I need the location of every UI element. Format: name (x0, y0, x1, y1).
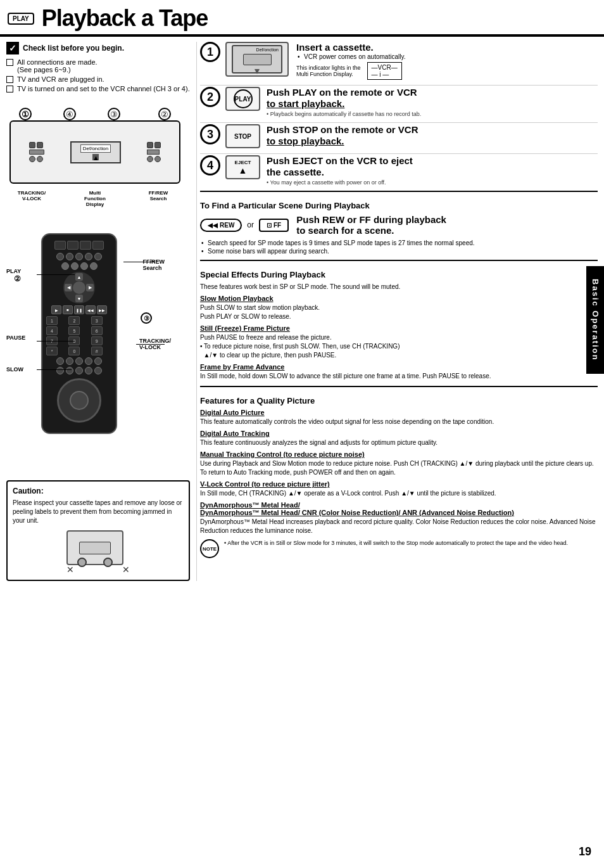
vcr-arrow: ▲ (92, 154, 99, 160)
step-4-heading: Push EJECT on the VCR to eject the casse… (267, 155, 413, 178)
checklist-item: TV is turned on and set to the VCR chann… (6, 85, 190, 93)
right-column: 1 Def/onction Insert a cassette. VCR pow… (196, 42, 604, 581)
remote-rew[interactable]: ◀◀ (85, 305, 96, 314)
vcr-bar-r (147, 150, 160, 155)
vcr-label-ffrew: FF/REWSearch (133, 190, 184, 207)
remote-label-slow: SLOW (6, 366, 23, 373)
vcr-knob-sm (37, 156, 43, 162)
connector-ffrew (123, 262, 155, 262)
vcr-display-text: Def/onction (80, 144, 111, 153)
tape-image: ✕ ✕ (66, 530, 130, 575)
vcr-num-1: ① (19, 108, 32, 120)
step-1-indicator-row: This indicator lights in the Multi Funct… (296, 62, 598, 80)
ff-button[interactable]: ⊡ FF (259, 219, 289, 232)
check-icon: ✓ (6, 42, 19, 54)
v-lock-text: In Still mode, CH (TRACKING) ▲/▼ operate… (200, 489, 598, 498)
checklist-title: Check list before you begin. (23, 44, 124, 53)
checklist-text-2: TV and VCR are plugged in. (17, 75, 104, 83)
checklist-section: ✓ Check list before you begin. All conne… (6, 42, 190, 93)
page-number: 19 (579, 845, 591, 858)
note-box: NOTE • After the VCR is in Still or Slow… (200, 539, 598, 558)
remote-bottom-row2 (46, 367, 112, 374)
vcr-icon-r (154, 142, 161, 148)
play-circle: PLAY (234, 89, 253, 108)
vcr-icon (37, 142, 43, 148)
vcr-left-icons (29, 142, 44, 162)
digital-auto-picture-heading: Digital Auto Picture (200, 409, 598, 416)
checkbox-1[interactable] (6, 59, 13, 66)
checkbox-2[interactable] (6, 76, 13, 83)
step-1-note1: This indicator lights in the Multi Funct… (296, 65, 361, 77)
remote-play[interactable]: ▶ (51, 305, 61, 314)
checklist-header: ✓ Check list before you begin. (6, 42, 190, 54)
remote-label-pause: PAUSE (6, 335, 25, 341)
slow-motion-heading: Slow Motion Playback (200, 295, 598, 302)
digital-auto-tracking-heading: Digital Auto Tracking (200, 430, 598, 437)
remote-nav-cluster: ▲ ▼ ◀ ▶ (46, 272, 112, 303)
step-1-sub: VCR power comes on automatically. (296, 53, 598, 60)
checklist-text-1: All connections are made. (See pages 6~9… (17, 58, 98, 73)
remote-left[interactable]: ◀ (65, 284, 72, 291)
v-lock-heading: V-Lock Control (to reduce picture jitter… (200, 480, 598, 488)
frame-advance-text: In Still mode, hold down SLOW to advance… (200, 372, 598, 381)
step-2-row: 2 PLAY Push PLAY on the remote or VCR to… (200, 87, 598, 123)
remote-wheel-area (46, 378, 112, 423)
remote-diagram: PLAY② PAUSE SLOW FF/REWSearch TRACKING/V… (6, 233, 190, 474)
caution-box: Caution: Please inspect your cassette ta… (6, 480, 190, 581)
main-content: ✓ Check list before you begin. All conne… (0, 37, 604, 586)
vcr-body: Def/onction ▲ (9, 120, 180, 184)
step-1-heading: Insert a cassette. (296, 42, 598, 53)
note-circle: NOTE (200, 539, 219, 558)
remote-ff[interactable]: ▶▶ (97, 305, 107, 314)
x-left: ✕ (66, 565, 74, 575)
tape-window (79, 542, 111, 554)
step-3-row: 3 STOP Push STOP on the remote or VCR to… (200, 124, 598, 154)
remote-jog-inner[interactable] (70, 391, 89, 410)
find-scene-bullet-2: Some noise bars will appear during searc… (200, 248, 598, 255)
slow-motion-text: Push SLOW to start slow motion playback.… (200, 303, 598, 321)
remote-label-ffrew: FF/REWSearch (143, 258, 165, 271)
sidebar-tab: Basic Operation (586, 266, 604, 374)
remote-top-row (46, 253, 112, 260)
remote-cluster[interactable]: ▲ ▼ ◀ ▶ (63, 272, 95, 303)
x-right: ✕ (122, 565, 130, 575)
search-big-2: to search for a scene. (296, 225, 446, 236)
remote-right[interactable]: ▶ (86, 284, 94, 291)
vcr-icon (29, 142, 35, 148)
vcr-knob-r (154, 156, 161, 162)
special-effects-title: Special Effects During Playback (200, 266, 598, 279)
remote-pause[interactable]: ❚❚ (74, 305, 84, 314)
vcr-diagram: ① ④ ③ ② (6, 101, 190, 228)
remote-up[interactable]: ▲ (75, 273, 83, 281)
remote-jog-wheel[interactable] (57, 378, 101, 423)
remote-center[interactable] (73, 281, 85, 294)
checkbox-3[interactable] (6, 86, 13, 93)
step-1-text: Insert a cassette. VCR power comes on au… (296, 42, 598, 80)
digital-auto-tracking-text: This feature continuously analyzes the s… (200, 438, 598, 447)
vcr-num-4: ④ (63, 108, 76, 120)
circle-1: 1 (200, 42, 220, 62)
special-effects-section: Special Effects During Playback These fe… (200, 260, 598, 381)
checklist-item: TV and VCR are plugged in. (6, 75, 190, 83)
caution-title: Caution: (13, 487, 184, 495)
step-4-text: Push EJECT on the VCR to eject the casse… (267, 155, 413, 186)
connector-slow (37, 369, 72, 370)
left-column: ✓ Check list before you begin. All conne… (0, 42, 196, 581)
tape-body (66, 530, 123, 565)
remote-stop[interactable]: ■ (63, 305, 73, 314)
dynamorphous-heading: DynAmorphous™ Metal Head/ DynAmorphous™ … (200, 501, 598, 516)
step-1-row: 1 Def/onction Insert a cassette. VCR pow… (200, 42, 598, 86)
note-text: • After the VCR is in Still or Slow mode… (224, 539, 568, 547)
tape-reel-2 (103, 558, 113, 567)
sidebar-tab-text: Basic Operation (591, 279, 600, 361)
checklist-item: All connections are made. (See pages 6~9… (6, 58, 190, 73)
step-1-circle: 1 (200, 42, 220, 62)
remote-down[interactable]: ▼ (75, 295, 83, 302)
rew-button[interactable]: ◀◀ REW (200, 219, 242, 232)
features-section: Features for a Quality Picture Digital A… (200, 386, 598, 558)
step-3-heading: Push STOP on the remote or VCR to stop p… (267, 124, 418, 147)
manual-tracking-heading: Manual Tracking Control (to reduce pictu… (200, 450, 598, 458)
search-row: ◀◀ REW or ⊡ FF Push REW or FF during pla… (200, 214, 598, 236)
step-3-text: Push STOP on the remote or VCR to stop p… (267, 124, 418, 147)
remote-row2 (46, 262, 112, 270)
